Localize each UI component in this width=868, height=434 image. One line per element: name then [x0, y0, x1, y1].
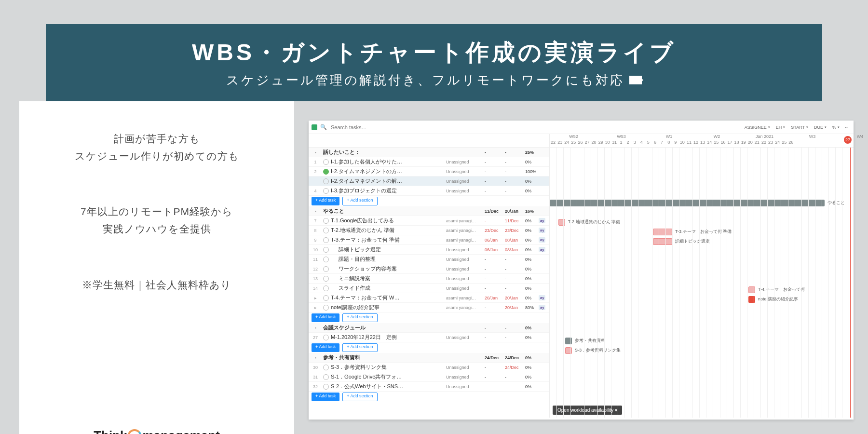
task-row[interactable]: ▸T-4.テーマ：お金って何 W…asami yanagi…20/Jan20/J…	[309, 293, 549, 303]
gantt-chart[interactable]: やること T-2.地域通貨のじかん 準備 T-3.テーマ：お金って何 準備 詳細…	[550, 148, 854, 418]
col-start[interactable]: START	[788, 123, 811, 132]
check-icon[interactable]	[323, 159, 329, 165]
gantt-bar-label: T-2.地域通貨のじかん 準備	[568, 219, 620, 225]
task-row[interactable]: 11課題・目的整理Unassigned--0%	[309, 255, 549, 264]
gantt-bar[interactable]	[653, 229, 672, 235]
check-icon[interactable]	[323, 384, 329, 390]
day-label: 18	[733, 140, 740, 145]
check-icon[interactable]	[323, 285, 329, 291]
day-label: 12	[692, 140, 699, 145]
col-eh[interactable]: EH	[773, 123, 788, 132]
check-icon[interactable]	[323, 295, 329, 301]
day-label: 4	[638, 140, 645, 145]
day-label: 17	[726, 140, 733, 145]
check-icon[interactable]	[323, 257, 329, 262]
add-section-button[interactable]: + Add section	[342, 197, 377, 205]
task-row[interactable]: I-2.タイムマネジメントの解…Unassigned--0%	[309, 176, 549, 186]
gantt-bar[interactable]	[558, 219, 565, 226]
timeline-header[interactable]: W52W53W1W2Jan 2021W3W4 22232425262728293…	[550, 134, 854, 147]
section-header[interactable]: ▪参考・共有資料24/Dec24/Dec0%	[309, 353, 549, 363]
week-label: Jan 2021	[741, 134, 788, 140]
gantt-bar-label: 参考・共有資料	[575, 338, 605, 344]
day-label: 7	[659, 140, 665, 145]
task-row[interactable]: 1I-1.参加した各個人がやりた…Unassigned--0%	[309, 157, 549, 167]
day-label: 3	[631, 140, 638, 145]
task-row[interactable]: 27M-1.2020年12月22日 定例Unassigned--0%	[309, 333, 549, 342]
col-due[interactable]: DUE	[811, 123, 829, 132]
check-icon[interactable]	[323, 188, 329, 194]
section-header[interactable]: ▪会議スケジュール--0%	[309, 323, 549, 333]
expand-icon[interactable]	[312, 124, 317, 130]
day-label: 13	[699, 140, 706, 145]
task-row[interactable]: 10詳細トピック選定Unassigned06/Jan08/Jan0%ay	[309, 245, 549, 255]
check-icon[interactable]	[323, 169, 329, 175]
week-label: W3	[788, 134, 836, 140]
gantt-bar-label: T-3.テーマ：お金って何 準備	[675, 229, 732, 235]
task-row[interactable]: 2I-2.タイムマネジメントの方…Unassigned--100%	[309, 167, 549, 176]
task-row[interactable]: 30S-3．参考資料リンク集Unassigned-24/Dec0%	[309, 363, 549, 372]
expand-icon[interactable]: ▸	[314, 296, 317, 300]
task-row[interactable]: 14スライド作成Unassigned--0%	[309, 284, 549, 293]
day-label: 2	[624, 140, 631, 145]
arrow-left-icon[interactable]: ←	[842, 123, 851, 132]
collapse-icon[interactable]: ▪	[314, 355, 316, 360]
task-grid[interactable]: ▪話したいこと：--25%1I-1.参加した各個人がやりた…Unassigned…	[309, 148, 550, 418]
task-row[interactable]: ▸note|講座の紹介記事asami yanagi…-20/Jan80%ay	[309, 303, 549, 312]
add-task-button[interactable]: + Add task	[312, 393, 339, 401]
gantt-bar[interactable]	[653, 238, 672, 245]
day-label: 22	[550, 140, 556, 145]
day-label: 16	[719, 140, 726, 145]
gantt-bar[interactable]	[565, 347, 572, 354]
copy-line: 7年以上のリモートPM経験から	[19, 203, 294, 220]
gantt-bar-label: note|講座の紹介記事	[758, 296, 798, 302]
logo-ring-icon	[127, 429, 142, 434]
copy-line: 計画が苦手な方も	[19, 130, 294, 148]
task-row[interactable]: 4I-3.参加プロジェクトの選定Unassigned--0%	[309, 186, 549, 196]
check-icon[interactable]	[323, 178, 329, 184]
expand-icon[interactable]: ▸	[314, 305, 317, 310]
search-icon[interactable]: 🔍	[320, 124, 327, 130]
week-label: W52	[550, 134, 597, 140]
check-icon[interactable]	[323, 365, 329, 370]
section-header[interactable]: ▪やること11/Dec20/Jan16%	[309, 206, 549, 216]
day-label: 19	[740, 140, 747, 145]
collapse-icon[interactable]: ▪	[314, 326, 316, 330]
day-label: 11	[686, 140, 692, 145]
search-input[interactable]	[330, 124, 412, 131]
check-icon[interactable]	[323, 266, 329, 272]
collapse-icon[interactable]: ▪	[314, 209, 316, 214]
copy-line: ※学生無料｜社会人無料枠あり	[19, 276, 294, 294]
check-icon[interactable]	[323, 218, 329, 224]
collapse-icon[interactable]: ▪	[314, 150, 316, 155]
copy-line: 実践ノウハウを全提供	[19, 220, 294, 238]
gantt-bar[interactable]	[565, 338, 572, 344]
add-section-button[interactable]: + Add section	[342, 343, 377, 352]
check-icon[interactable]	[323, 247, 329, 253]
video-camera-icon	[629, 76, 642, 84]
task-row[interactable]: 31S-1．Google Drive共有フォ…Unassigned--0%	[309, 372, 549, 382]
add-section-button[interactable]: + Add section	[342, 313, 377, 322]
task-row[interactable]: 8T-2.地域通貨のじかん 準備asami yanagi…23/Dec23/De…	[309, 226, 549, 235]
task-row[interactable]: 13ミニ解説考案Unassigned--0%	[309, 274, 549, 284]
day-label: 8	[665, 140, 672, 145]
check-icon[interactable]	[323, 374, 329, 380]
day-label: 27	[583, 140, 590, 145]
task-row[interactable]: 12ワークショップ内容考案Unassigned--0%	[309, 264, 549, 274]
day-label: 26	[787, 140, 794, 145]
check-icon[interactable]	[323, 305, 329, 311]
check-icon[interactable]	[323, 237, 329, 243]
add-section-button[interactable]: + Add section	[342, 393, 377, 401]
task-row[interactable]: 7T-1.Google広告出してみるasami yanagi…-11/Dec0%…	[309, 216, 549, 226]
task-row[interactable]: 9T-3.テーマ：お金って何 準備asami yanagi…06/Jan08/J…	[309, 235, 549, 245]
check-icon[interactable]	[323, 335, 329, 340]
check-icon[interactable]	[323, 228, 329, 233]
add-task-button[interactable]: + Add task	[312, 343, 339, 352]
col-percent[interactable]: %	[829, 123, 842, 132]
col-assignee[interactable]: ASSIGNEE	[742, 123, 773, 132]
section-header[interactable]: ▪話したいこと：--25%	[309, 148, 549, 157]
check-icon[interactable]	[323, 276, 329, 282]
add-task-button[interactable]: + Add task	[312, 313, 339, 322]
task-row[interactable]: 32S-2．公式Webサイト・SNS…Unassigned--0%	[309, 382, 549, 392]
add-task-button[interactable]: + Add task	[312, 197, 339, 205]
day-label: 9	[672, 140, 679, 145]
